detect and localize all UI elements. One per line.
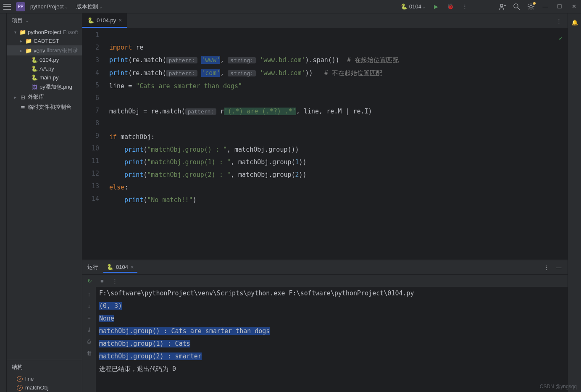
print-icon[interactable]: ⎙ — [85, 337, 93, 345]
run-panel-title: 运行 — [87, 263, 98, 271]
notifications-icon[interactable]: 🔔 — [571, 18, 578, 26]
main-menu-icon[interactable] — [3, 4, 11, 10]
line-gutter: 1234567891011121314 — [82, 29, 106, 260]
run-tab[interactable]: 🐍 0104 × — [103, 262, 137, 273]
svg-point-2 — [530, 5, 532, 8]
wrap-icon[interactable]: ≡ — [85, 314, 93, 321]
search-icon[interactable] — [513, 3, 521, 11]
tab-label: 0104.py — [97, 17, 116, 24]
structure-list: VlineVmatchObj — [7, 374, 82, 392]
tree-item[interactable]: ▾📁pythonProjectF:\soft — [7, 28, 82, 37]
structure-item[interactable]: Vline — [7, 374, 82, 383]
code-content[interactable]: ✓import re print(re.match(pattern: 'www'… — [106, 29, 568, 260]
vcs-dropdown[interactable]: 版本控制⌄ — [76, 3, 103, 11]
tree-item[interactable]: ▸⊞外部库 — [7, 92, 82, 102]
tree-item[interactable]: ▸📁CADTEST — [7, 37, 82, 45]
run-config-selector[interactable]: 🐍 0104⌄ — [401, 3, 426, 10]
console-line: matchObj.group(2) : smarter — [99, 353, 202, 360]
tab-close-icon[interactable]: × — [118, 17, 122, 24]
rerun-icon[interactable]: ↻ — [86, 277, 93, 285]
tab-more-icon[interactable]: ⋮ — [555, 17, 563, 24]
project-tool-header[interactable]: 项目⌄ — [7, 13, 82, 28]
python-file-icon: 🐍 — [107, 264, 113, 270]
trash-icon[interactable]: 🗑 — [85, 349, 93, 357]
python-file-icon: 🐍 — [87, 17, 94, 24]
close-icon[interactable]: ✕ — [570, 3, 578, 11]
svg-point-1 — [514, 4, 518, 8]
code-editor[interactable]: 1234567891011121314 ✓import re print(re.… — [82, 29, 568, 260]
stop-icon[interactable]: ■ — [98, 277, 106, 285]
run-tab-close-icon[interactable]: × — [131, 264, 134, 270]
tree-item[interactable]: 🖼py添加包.png — [7, 82, 82, 92]
editor-tabs: 🐍 0104.py × ⋮ — [82, 13, 568, 29]
run-tab-label: 0104 — [116, 264, 128, 270]
right-tool-rail[interactable]: 🔔 — [568, 13, 581, 392]
console-cmd: F:\software\pythonProject\venv\Scripts\p… — [99, 287, 568, 300]
structure-header[interactable]: 结构 — [7, 360, 82, 374]
structure-item[interactable]: VmatchObj — [7, 383, 82, 392]
project-badge: PP — [16, 2, 25, 11]
left-tool-rail[interactable] — [0, 13, 7, 392]
settings-icon[interactable] — [527, 3, 535, 11]
tree-item[interactable]: 🐍0104.py — [7, 55, 82, 64]
run-panel: 运行 🐍 0104 × ⋮ — ↻ ■ ⋮ ↑ ↓ — [82, 260, 568, 392]
project-tree[interactable]: ▾📁pythonProjectF:\soft▸📁CADTEST▸📁venvlib… — [7, 28, 82, 360]
editor-tab[interactable]: 🐍 0104.py × — [82, 13, 127, 28]
console-line: (0, 3) — [99, 302, 122, 310]
project-name[interactable]: pythonProject⌄ — [30, 3, 68, 10]
minimize-icon[interactable]: — — [542, 3, 549, 11]
console-line: matchObj.group(1) : Cats — [99, 340, 190, 347]
titlebar: PP pythonProject⌄ 版本控制⌄ 🐍 0104⌄ ▶ 🐞 ⋮ — … — [0, 0, 581, 13]
add-user-icon[interactable] — [499, 3, 506, 11]
run-more-icon[interactable]: ⋮ — [542, 263, 550, 271]
console-line: None — [99, 315, 114, 322]
tree-item[interactable]: 🐍main.py — [7, 73, 82, 82]
more-icon[interactable]: ⋮ — [461, 3, 468, 11]
tree-item[interactable]: ≣临时文件和控制台 — [7, 102, 82, 112]
project-sidebar: 项目⌄ ▾📁pythonProjectF:\soft▸📁CADTEST▸📁ven… — [7, 13, 82, 392]
run-side-rail: ↑ ↓ ≡ ⤓ ⎙ 🗑 — [82, 287, 96, 392]
run-toolbar-more-icon[interactable]: ⋮ — [111, 277, 118, 285]
run-icon[interactable]: ▶ — [432, 3, 440, 11]
maximize-icon[interactable]: ☐ — [556, 3, 563, 11]
inspection-ok-icon[interactable]: ✓ — [559, 32, 563, 45]
down-icon[interactable]: ↓ — [85, 302, 93, 310]
debug-icon[interactable]: 🐞 — [447, 3, 454, 11]
console-exit: 进程已结束，退出代码为 0 — [99, 363, 568, 375]
watermark: CSDN @yngsqq — [540, 384, 577, 389]
up-icon[interactable]: ↑ — [85, 290, 93, 298]
tree-item[interactable]: 🐍AA.py — [7, 64, 82, 73]
console-output[interactable]: F:\software\pythonProject\venv\Scripts\p… — [96, 287, 568, 392]
console-line: matchObj.group() : Cats are smarter than… — [99, 327, 270, 335]
svg-point-0 — [500, 4, 503, 7]
tree-item[interactable]: ▸📁venvlibrary根目录 — [7, 45, 82, 55]
scroll-icon[interactable]: ⤓ — [85, 326, 93, 333]
run-hide-icon[interactable]: — — [555, 263, 563, 271]
